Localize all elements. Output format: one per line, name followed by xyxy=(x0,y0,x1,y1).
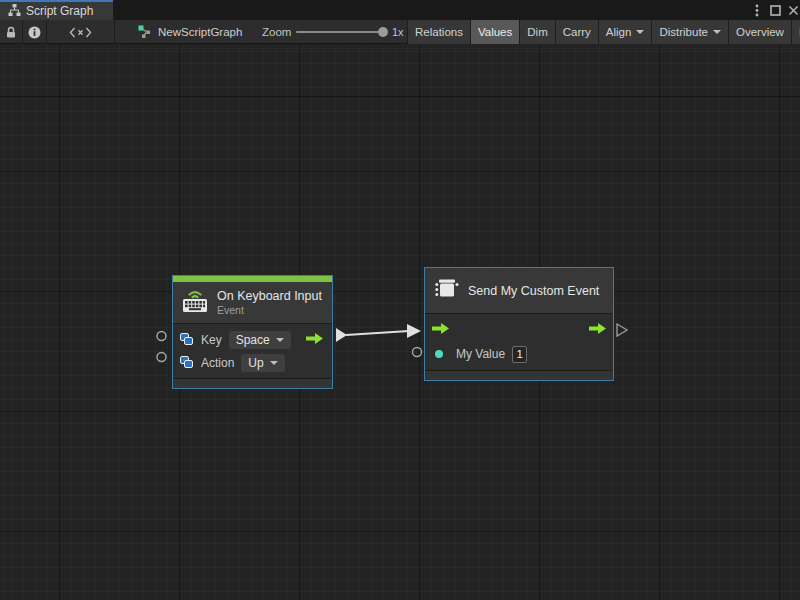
carry-button[interactable]: Carry xyxy=(555,20,598,44)
wire-line[interactable] xyxy=(346,331,409,335)
node-header: Send My Custom Event xyxy=(425,268,613,314)
connections-overlay xyxy=(0,45,800,600)
my-value-port[interactable] xyxy=(413,348,422,357)
port-row-control xyxy=(432,319,606,341)
chevron-down-icon xyxy=(636,30,644,34)
action-value-port[interactable] xyxy=(157,353,166,362)
zoom-label: Zoom xyxy=(262,20,291,44)
kebab-menu-icon[interactable] xyxy=(749,0,765,20)
tab-bar: Script Graph xyxy=(0,0,800,20)
graph-canvas[interactable]: On Keyboard Input Event Key Space xyxy=(0,45,800,600)
align-dropdown-button[interactable]: Align xyxy=(598,20,652,44)
tab-title: Script Graph xyxy=(26,4,93,18)
action-dropdown[interactable]: Up xyxy=(241,354,284,372)
node-footer xyxy=(173,378,332,388)
script-graph-icon xyxy=(8,2,21,20)
zoom-slider-thumb[interactable] xyxy=(378,27,388,37)
graph-asset-icon xyxy=(138,25,152,40)
node-send-my-custom-event[interactable]: Send My Custom Event My Value 1 xyxy=(424,267,614,381)
info-icon[interactable] xyxy=(23,20,47,44)
close-icon[interactable] xyxy=(785,0,800,20)
values-button[interactable]: Values xyxy=(470,20,519,44)
toolbar-button-strip: Relations Values Dim Carry Align Distrib… xyxy=(407,20,800,44)
code-brackets-icon[interactable] xyxy=(47,20,115,44)
node-title: On Keyboard Input xyxy=(217,289,322,303)
tab-script-graph[interactable]: Script Graph xyxy=(0,0,113,20)
graph-name: NewScriptGraph xyxy=(158,26,242,38)
node-footer xyxy=(425,370,613,380)
script-graph-window: Script Graph NewScriptGraph Zoom xyxy=(0,0,800,600)
wire-arrowhead[interactable] xyxy=(407,324,421,338)
enum-type-icon xyxy=(180,333,194,346)
custom-event-icon xyxy=(434,277,459,304)
distribute-dropdown-button[interactable]: Distribute xyxy=(651,20,728,44)
control-output-arrow-icon[interactable] xyxy=(306,331,323,349)
my-value-input[interactable]: 1 xyxy=(512,346,527,363)
node-header: On Keyboard Input Event xyxy=(173,282,332,324)
key-dropdown[interactable]: Space xyxy=(229,331,291,349)
dim-button[interactable]: Dim xyxy=(519,20,554,44)
node-title: Send My Custom Event xyxy=(468,284,599,298)
port-row-key: Key Space xyxy=(180,329,325,350)
node-body: My Value 1 xyxy=(425,314,613,370)
node-subtitle: Event xyxy=(217,304,322,316)
port-row-action: Action Up xyxy=(180,352,325,373)
control-wire[interactable] xyxy=(336,324,421,342)
node-on-keyboard-input[interactable]: On Keyboard Input Event Key Space xyxy=(172,275,333,389)
node-body: Key Space Action Up xyxy=(173,324,332,378)
graph-breadcrumb[interactable]: NewScriptGraph xyxy=(138,20,242,44)
graph-toolbar: NewScriptGraph Zoom 1x Relations Values … xyxy=(0,20,800,44)
key-value-port[interactable] xyxy=(157,332,166,341)
chevron-down-icon xyxy=(276,338,284,342)
zoom-value: 1x xyxy=(392,20,404,44)
enum-type-icon xyxy=(180,356,194,369)
control-output-port-outline[interactable] xyxy=(617,324,627,336)
port-row-my-value: My Value 1 xyxy=(432,343,606,365)
value-port-dot-icon[interactable] xyxy=(435,350,443,358)
overview-button[interactable]: Overview xyxy=(728,20,791,44)
relations-button[interactable]: Relations xyxy=(407,20,470,44)
fullscreen-button[interactable]: Full S xyxy=(791,20,800,44)
wire-start-triangle[interactable] xyxy=(336,328,347,342)
zoom-slider-track[interactable] xyxy=(296,31,384,33)
control-output-arrow-icon[interactable] xyxy=(589,321,606,339)
chevron-down-icon xyxy=(270,361,278,365)
control-input-arrow-icon[interactable] xyxy=(432,321,449,339)
keyboard-wireless-icon xyxy=(182,288,208,317)
lock-icon[interactable] xyxy=(0,20,23,44)
maximize-icon[interactable] xyxy=(767,0,783,20)
chevron-down-icon xyxy=(713,30,721,34)
